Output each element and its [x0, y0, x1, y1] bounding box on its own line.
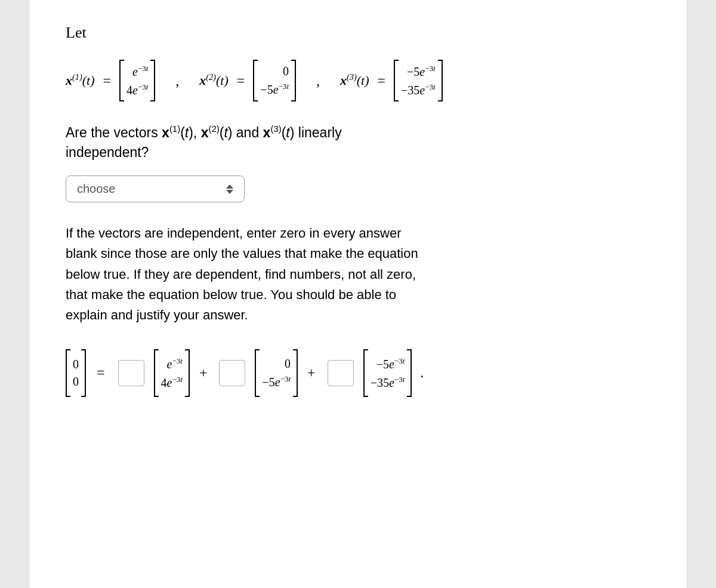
bottom-v2-entry2: −5e−3t: [262, 374, 291, 389]
bottom-v2-entries: 0 −5e−3t: [262, 357, 291, 389]
vector3-entries: −5e−3t −35e−3t: [401, 64, 436, 97]
equals2: =: [237, 73, 245, 89]
page-container: Let x(1)(t) = e−3t 4e−3t , x(2)(t): [30, 0, 686, 588]
choose-label: choose: [77, 182, 116, 196]
bracket-left-bv1: [154, 349, 159, 397]
vector3-matrix: −5e−3t −35e−3t: [394, 60, 443, 101]
coeff-input-3[interactable]: [328, 360, 354, 386]
vector1-entry2: 4e−3t: [126, 82, 148, 97]
bottom-v1-entry1: e−3t: [167, 356, 183, 371]
choose-container: choose: [66, 176, 650, 202]
equals3: =: [377, 73, 385, 89]
instruction-text: If the vectors are independent, enter ze…: [66, 223, 650, 325]
question-text: Are the vectors x(1)(t), x(2)(t) and x(3…: [66, 122, 650, 162]
vector2-matrix: 0 −5e−3t: [253, 60, 296, 101]
zero-entry1: 0: [73, 358, 79, 371]
vector1-matrix: e−3t 4e−3t: [119, 60, 155, 101]
bottom-equation: 0 0 = e−3t 4e−3t + 0 −5e−3t: [66, 349, 650, 397]
eq-dot: .: [420, 365, 424, 381]
bottom-v3-entry2: −35e−3t: [371, 375, 405, 390]
vector3-entry2: −35e−3t: [401, 82, 436, 97]
vector1-name: x(1)(t): [66, 72, 94, 88]
bottom-v3-entry1: −5e−3t: [376, 356, 405, 371]
eq-equals: =: [97, 365, 105, 381]
zero-entries: 0 0: [73, 358, 79, 389]
vector1-def: x(1)(t) = e−3t 4e−3t: [66, 60, 155, 101]
comma1: ,: [175, 73, 179, 89]
bottom-v1-entry2: 4e−3t: [161, 375, 183, 390]
bottom-vector1: e−3t 4e−3t: [154, 349, 190, 397]
vector2-entry1: 0: [283, 64, 289, 78]
bracket-left-bv2: [255, 349, 260, 397]
coeff-input-1[interactable]: [118, 360, 144, 386]
bracket-right-bv1: [185, 349, 190, 397]
bottom-vector3: −5e−3t −35e−3t: [363, 349, 412, 397]
bracket-right-3: [438, 60, 443, 101]
vector3-entry1: −5e−3t: [407, 64, 436, 79]
bracket-left-2: [253, 60, 258, 101]
chevron-up-icon: [226, 184, 233, 189]
bracket-left-bv3: [363, 349, 368, 397]
bracket-right-zero: [81, 349, 86, 397]
vector1-entries: e−3t 4e−3t: [126, 64, 148, 97]
bottom-vector2: 0 −5e−3t: [255, 349, 298, 397]
zero-entry2: 0: [73, 375, 79, 389]
eq-plus2: +: [307, 365, 316, 381]
vector2-entries: 0 −5e−3t: [260, 64, 289, 97]
vector3-def: x(3)(t) = −5e−3t −35e−3t: [340, 60, 443, 101]
bracket-right-1: [150, 60, 155, 101]
vector1-entry1: e−3t: [132, 64, 148, 79]
eq-plus1: +: [199, 365, 208, 381]
vector2-def: x(2)(t) = 0 −5e−3t: [199, 60, 296, 101]
bracket-left-3: [394, 60, 399, 101]
bottom-v2-entry1: 0: [285, 357, 291, 371]
coeff-input-2[interactable]: [219, 360, 245, 386]
bracket-right-bv2: [293, 349, 298, 397]
vector3-name: x(3)(t): [340, 72, 369, 88]
bottom-v3-entries: −5e−3t −35e−3t: [371, 356, 405, 389]
bracket-left-zero: [66, 349, 70, 397]
bottom-v1-entries: e−3t 4e−3t: [161, 356, 183, 389]
choose-dropdown[interactable]: choose: [66, 176, 245, 202]
bracket-right-2: [291, 60, 296, 101]
let-label: Let: [66, 24, 650, 42]
vector2-name: x(2)(t): [199, 72, 228, 88]
vector2-entry2: −5e−3t: [260, 82, 289, 97]
bracket-right-bv3: [407, 349, 412, 397]
chevron-updown-icon: [226, 184, 233, 194]
zero-vector: 0 0: [66, 349, 86, 397]
bracket-left-1: [119, 60, 124, 101]
comma2: ,: [316, 73, 320, 89]
equals1: =: [103, 73, 111, 89]
vectors-row: x(1)(t) = e−3t 4e−3t , x(2)(t) =: [66, 60, 650, 101]
chevron-down-icon: [226, 190, 233, 194]
